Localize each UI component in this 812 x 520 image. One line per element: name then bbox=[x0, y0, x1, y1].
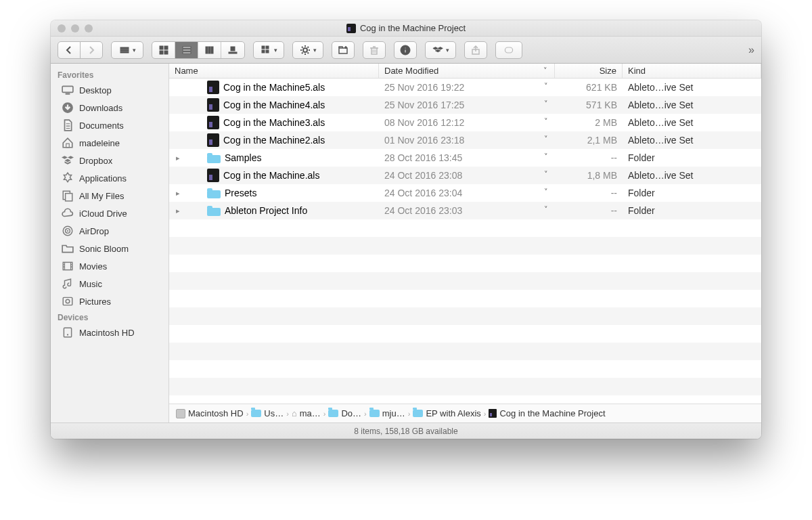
file-kind: Ableto…ive Set bbox=[623, 135, 761, 146]
path-crumb[interactable]: Macintosh HD bbox=[176, 408, 244, 418]
toolbar-overflow-button[interactable]: » bbox=[748, 44, 754, 56]
svg-rect-16 bbox=[266, 46, 269, 49]
sidebar-item-desktop[interactable]: Desktop bbox=[51, 81, 168, 99]
tags-button[interactable] bbox=[495, 41, 522, 59]
file-size: -- bbox=[555, 205, 623, 216]
file-row[interactable]: Cog in the Machine.als 24 Oct 2016 23:08… bbox=[169, 167, 761, 184]
home-icon bbox=[62, 137, 74, 149]
action-menu-button[interactable] bbox=[292, 41, 323, 59]
sidebar-item-label: Downloads bbox=[79, 103, 122, 113]
empty-row bbox=[169, 219, 761, 237]
column-header-date[interactable]: Date Modified bbox=[379, 64, 555, 78]
svg-point-38 bbox=[66, 299, 70, 303]
column-header-kind[interactable]: Kind bbox=[623, 64, 761, 78]
ableton-file-icon bbox=[207, 133, 219, 147]
path-crumb[interactable]: mju… bbox=[369, 408, 405, 418]
file-row[interactable]: ▸ Samples 28 Oct 2016 13:45 -- Folder bbox=[169, 149, 761, 167]
sidebar-item-sonic-bloom[interactable]: Sonic Bloom bbox=[51, 240, 168, 257]
sidebar-item-documents[interactable]: Documents bbox=[51, 116, 168, 134]
view-coverflow-button[interactable] bbox=[221, 42, 244, 58]
file-row[interactable]: Cog in the Machine5.als 25 Nov 2016 19:2… bbox=[169, 79, 761, 96]
svg-rect-8 bbox=[183, 49, 191, 51]
path-crumb[interactable]: EP with Alexis bbox=[413, 408, 480, 418]
sidebar-item-applications[interactable]: Applications bbox=[51, 169, 168, 187]
sidebar-item-madeleine[interactable]: madeleine bbox=[51, 134, 168, 152]
file-row[interactable]: Cog in the Machine3.als 08 Nov 2016 12:1… bbox=[169, 114, 761, 131]
file-row[interactable]: Cog in the Machine2.als 01 Nov 2016 23:1… bbox=[169, 131, 761, 149]
empty-row bbox=[169, 360, 761, 378]
desktop-icon bbox=[62, 84, 74, 96]
sidebar-item-label: Music bbox=[79, 279, 102, 289]
sidebar-item-icloud-drive[interactable]: iCloud Drive bbox=[51, 204, 168, 222]
path-crumb[interactable]: ⌂ma… bbox=[292, 408, 321, 418]
finder-window: Cog in the Machine Project » bbox=[51, 20, 761, 439]
file-name: Cog in the Machine.als bbox=[223, 170, 319, 181]
new-folder-button[interactable] bbox=[332, 41, 355, 59]
folder-icon bbox=[369, 410, 380, 417]
sidebar-item-music[interactable]: Music bbox=[51, 275, 168, 292]
sidebar-item-dropbox[interactable]: Dropbox bbox=[51, 152, 168, 169]
svg-rect-12 bbox=[211, 47, 213, 53]
svg-rect-32 bbox=[66, 194, 72, 201]
svg-rect-5 bbox=[160, 51, 163, 54]
view-column-button[interactable] bbox=[198, 42, 221, 58]
column-header-name[interactable]: Name bbox=[169, 64, 379, 78]
folder-icon bbox=[62, 242, 74, 255]
view-icon-button[interactable] bbox=[152, 42, 175, 58]
view-list-button[interactable] bbox=[175, 42, 198, 58]
file-name: Cog in the Machine2.als bbox=[223, 135, 325, 146]
svg-rect-9 bbox=[183, 52, 191, 53]
file-name: Cog in the Machine4.als bbox=[223, 100, 325, 110]
file-row[interactable]: Cog in the Machine4.als 25 Nov 2016 17:2… bbox=[169, 96, 761, 114]
disclosure-triangle[interactable]: ▸ bbox=[173, 207, 183, 215]
path-crumb[interactable]: Cog in the Machine Project bbox=[489, 408, 605, 418]
sidebar-item-all-my-files[interactable]: All My Files bbox=[51, 187, 168, 204]
documents-icon bbox=[62, 119, 74, 131]
sidebar-item-downloads[interactable]: Downloads bbox=[51, 99, 168, 116]
sidebar-item-movies[interactable]: Movies bbox=[51, 257, 168, 275]
path-crumb-label: EP with Alexis bbox=[426, 408, 480, 418]
path-crumb[interactable]: Us… bbox=[251, 408, 284, 418]
sidebar-config-button[interactable] bbox=[111, 41, 143, 59]
back-button[interactable] bbox=[58, 41, 81, 59]
info-button[interactable] bbox=[394, 41, 417, 59]
file-row[interactable]: ▸ Ableton Project Info 24 Oct 2016 23:03… bbox=[169, 202, 761, 219]
sidebar-item-airdrop[interactable]: AirDrop bbox=[51, 222, 168, 240]
path-crumb[interactable]: Do… bbox=[328, 408, 361, 418]
svg-rect-2 bbox=[120, 51, 129, 53]
column-header-size[interactable]: Size bbox=[555, 64, 623, 78]
disclosure-triangle[interactable]: ▸ bbox=[173, 154, 183, 162]
file-kind: Ableto…ive Set bbox=[623, 100, 761, 110]
toolbar: » bbox=[51, 37, 761, 64]
forward-button[interactable] bbox=[80, 41, 103, 59]
sidebar-item-label: AirDrop bbox=[79, 226, 109, 236]
trash-button[interactable] bbox=[363, 41, 386, 59]
sidebar-item-label: All My Files bbox=[79, 191, 124, 201]
dropbox-button[interactable] bbox=[425, 41, 456, 59]
sidebar-item-label: Applications bbox=[79, 173, 127, 183]
file-date: 24 Oct 2016 23:08 bbox=[379, 170, 555, 181]
disclosure-triangle[interactable]: ▸ bbox=[173, 189, 183, 198]
arrange-button[interactable] bbox=[253, 41, 284, 59]
file-size: 571 KB bbox=[555, 100, 623, 110]
sidebar-item-macintosh-hd[interactable]: Macintosh HD bbox=[51, 324, 168, 341]
file-date: 28 Oct 2016 13:45 bbox=[379, 152, 555, 163]
svg-rect-26 bbox=[505, 47, 512, 53]
home-icon: ⌂ bbox=[292, 408, 297, 418]
file-date: 24 Oct 2016 23:04 bbox=[379, 188, 555, 198]
file-name: Cog in the Machine5.als bbox=[223, 82, 325, 93]
empty-row bbox=[169, 237, 761, 255]
sidebar: Favorites DesktopDownloadsDocumentsmadel… bbox=[51, 64, 169, 422]
path-bar: Macintosh HD›Us…›⌂ma…›Do…›mju…›EP with A… bbox=[169, 404, 761, 422]
file-kind: Folder bbox=[623, 205, 761, 216]
share-button[interactable] bbox=[464, 41, 487, 59]
file-row[interactable]: ▸ Presets 24 Oct 2016 23:04 -- Folder bbox=[169, 184, 761, 202]
file-size: -- bbox=[555, 188, 623, 198]
folder-icon bbox=[328, 410, 338, 417]
sidebar-item-pictures[interactable]: Pictures bbox=[51, 292, 168, 310]
sidebar-item-label: Movies bbox=[79, 261, 107, 272]
path-crumb-label: Cog in the Machine Project bbox=[499, 408, 605, 418]
svg-rect-10 bbox=[206, 47, 208, 53]
file-date: 25 Nov 2016 19:22 bbox=[379, 82, 555, 93]
svg-rect-39 bbox=[64, 328, 71, 337]
